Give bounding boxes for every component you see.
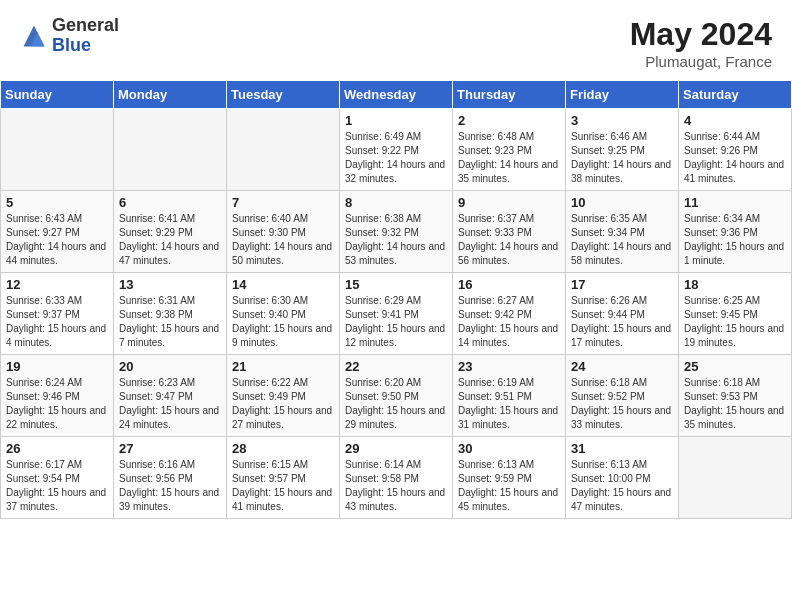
sunrise: Sunrise: 6:30 AM <box>232 295 308 306</box>
daylight: Daylight: 14 hours and 56 minutes. <box>458 241 558 266</box>
sunrise: Sunrise: 6:20 AM <box>345 377 421 388</box>
sunrise: Sunrise: 6:37 AM <box>458 213 534 224</box>
sunset: Sunset: 9:29 PM <box>119 227 193 238</box>
day-number: 2 <box>458 113 560 128</box>
calendar-cell <box>1 109 114 191</box>
sunrise: Sunrise: 6:31 AM <box>119 295 195 306</box>
calendar-cell: 2 Sunrise: 6:48 AM Sunset: 9:23 PM Dayli… <box>453 109 566 191</box>
day-info: Sunrise: 6:48 AM Sunset: 9:23 PM Dayligh… <box>458 130 560 186</box>
day-info: Sunrise: 6:17 AM Sunset: 9:54 PM Dayligh… <box>6 458 108 514</box>
sunset: Sunset: 9:53 PM <box>684 391 758 402</box>
sunrise: Sunrise: 6:49 AM <box>345 131 421 142</box>
day-info: Sunrise: 6:22 AM Sunset: 9:49 PM Dayligh… <box>232 376 334 432</box>
daylight: Daylight: 14 hours and 35 minutes. <box>458 159 558 184</box>
sunset: Sunset: 9:45 PM <box>684 309 758 320</box>
daylight: Daylight: 15 hours and 27 minutes. <box>232 405 332 430</box>
sunset: Sunset: 9:50 PM <box>345 391 419 402</box>
calendar-cell: 4 Sunrise: 6:44 AM Sunset: 9:26 PM Dayli… <box>679 109 792 191</box>
sunset: Sunset: 9:27 PM <box>6 227 80 238</box>
calendar-week: 5 Sunrise: 6:43 AM Sunset: 9:27 PM Dayli… <box>1 191 792 273</box>
daylight: Daylight: 15 hours and 24 minutes. <box>119 405 219 430</box>
daylight: Daylight: 15 hours and 35 minutes. <box>684 405 784 430</box>
calendar-cell: 25 Sunrise: 6:18 AM Sunset: 9:53 PM Dayl… <box>679 355 792 437</box>
day-header: Wednesday <box>340 81 453 109</box>
calendar-cell: 1 Sunrise: 6:49 AM Sunset: 9:22 PM Dayli… <box>340 109 453 191</box>
calendar-cell: 11 Sunrise: 6:34 AM Sunset: 9:36 PM Dayl… <box>679 191 792 273</box>
day-number: 3 <box>571 113 673 128</box>
day-info: Sunrise: 6:18 AM Sunset: 9:52 PM Dayligh… <box>571 376 673 432</box>
day-info: Sunrise: 6:37 AM Sunset: 9:33 PM Dayligh… <box>458 212 560 268</box>
daylight: Daylight: 15 hours and 43 minutes. <box>345 487 445 512</box>
sunset: Sunset: 9:34 PM <box>571 227 645 238</box>
sunrise: Sunrise: 6:16 AM <box>119 459 195 470</box>
calendar-cell: 17 Sunrise: 6:26 AM Sunset: 9:44 PM Dayl… <box>566 273 679 355</box>
daylight: Daylight: 14 hours and 32 minutes. <box>345 159 445 184</box>
day-info: Sunrise: 6:18 AM Sunset: 9:53 PM Dayligh… <box>684 376 786 432</box>
daylight: Daylight: 15 hours and 1 minute. <box>684 241 784 266</box>
day-info: Sunrise: 6:19 AM Sunset: 9:51 PM Dayligh… <box>458 376 560 432</box>
day-header: Tuesday <box>227 81 340 109</box>
calendar-cell: 27 Sunrise: 6:16 AM Sunset: 9:56 PM Dayl… <box>114 437 227 519</box>
calendar-week: 19 Sunrise: 6:24 AM Sunset: 9:46 PM Dayl… <box>1 355 792 437</box>
day-info: Sunrise: 6:16 AM Sunset: 9:56 PM Dayligh… <box>119 458 221 514</box>
daylight: Daylight: 15 hours and 7 minutes. <box>119 323 219 348</box>
day-number: 26 <box>6 441 108 456</box>
logo-blue: Blue <box>52 36 119 56</box>
sunrise: Sunrise: 6:33 AM <box>6 295 82 306</box>
sunrise: Sunrise: 6:44 AM <box>684 131 760 142</box>
daylight: Daylight: 14 hours and 41 minutes. <box>684 159 784 184</box>
daylight: Daylight: 15 hours and 14 minutes. <box>458 323 558 348</box>
calendar-cell: 9 Sunrise: 6:37 AM Sunset: 9:33 PM Dayli… <box>453 191 566 273</box>
calendar-cell <box>679 437 792 519</box>
day-number: 5 <box>6 195 108 210</box>
sunset: Sunset: 9:44 PM <box>571 309 645 320</box>
header-row: SundayMondayTuesdayWednesdayThursdayFrid… <box>1 81 792 109</box>
sunset: Sunset: 9:54 PM <box>6 473 80 484</box>
sunrise: Sunrise: 6:26 AM <box>571 295 647 306</box>
daylight: Daylight: 14 hours and 50 minutes. <box>232 241 332 266</box>
day-info: Sunrise: 6:38 AM Sunset: 9:32 PM Dayligh… <box>345 212 447 268</box>
calendar-week: 12 Sunrise: 6:33 AM Sunset: 9:37 PM Dayl… <box>1 273 792 355</box>
page: General Blue May 2024 Plumaugat, France … <box>0 0 792 612</box>
sunset: Sunset: 9:51 PM <box>458 391 532 402</box>
day-info: Sunrise: 6:27 AM Sunset: 9:42 PM Dayligh… <box>458 294 560 350</box>
sunset: Sunset: 9:33 PM <box>458 227 532 238</box>
sunrise: Sunrise: 6:24 AM <box>6 377 82 388</box>
calendar-cell: 30 Sunrise: 6:13 AM Sunset: 9:59 PM Dayl… <box>453 437 566 519</box>
day-number: 23 <box>458 359 560 374</box>
sunset: Sunset: 9:36 PM <box>684 227 758 238</box>
daylight: Daylight: 14 hours and 53 minutes. <box>345 241 445 266</box>
header: General Blue May 2024 Plumaugat, France <box>0 0 792 80</box>
sunset: Sunset: 9:57 PM <box>232 473 306 484</box>
sunrise: Sunrise: 6:34 AM <box>684 213 760 224</box>
logo-icon <box>20 22 48 50</box>
day-number: 12 <box>6 277 108 292</box>
sunset: Sunset: 9:56 PM <box>119 473 193 484</box>
daylight: Daylight: 15 hours and 41 minutes. <box>232 487 332 512</box>
logo-general: General <box>52 16 119 36</box>
daylight: Daylight: 15 hours and 39 minutes. <box>119 487 219 512</box>
calendar-cell: 20 Sunrise: 6:23 AM Sunset: 9:47 PM Dayl… <box>114 355 227 437</box>
calendar-cell: 19 Sunrise: 6:24 AM Sunset: 9:46 PM Dayl… <box>1 355 114 437</box>
day-header: Monday <box>114 81 227 109</box>
day-info: Sunrise: 6:13 AM Sunset: 10:00 PM Daylig… <box>571 458 673 514</box>
daylight: Daylight: 15 hours and 22 minutes. <box>6 405 106 430</box>
daylight: Daylight: 15 hours and 31 minutes. <box>458 405 558 430</box>
sunrise: Sunrise: 6:13 AM <box>458 459 534 470</box>
day-info: Sunrise: 6:44 AM Sunset: 9:26 PM Dayligh… <box>684 130 786 186</box>
sunset: Sunset: 9:30 PM <box>232 227 306 238</box>
sunset: Sunset: 9:41 PM <box>345 309 419 320</box>
calendar-cell: 29 Sunrise: 6:14 AM Sunset: 9:58 PM Dayl… <box>340 437 453 519</box>
sunrise: Sunrise: 6:18 AM <box>684 377 760 388</box>
sunrise: Sunrise: 6:19 AM <box>458 377 534 388</box>
day-number: 30 <box>458 441 560 456</box>
daylight: Daylight: 15 hours and 45 minutes. <box>458 487 558 512</box>
sunrise: Sunrise: 6:40 AM <box>232 213 308 224</box>
day-info: Sunrise: 6:34 AM Sunset: 9:36 PM Dayligh… <box>684 212 786 268</box>
logo-text: General Blue <box>52 16 119 56</box>
day-header: Friday <box>566 81 679 109</box>
day-number: 1 <box>345 113 447 128</box>
daylight: Daylight: 15 hours and 19 minutes. <box>684 323 784 348</box>
sunset: Sunset: 9:26 PM <box>684 145 758 156</box>
sunset: Sunset: 9:47 PM <box>119 391 193 402</box>
